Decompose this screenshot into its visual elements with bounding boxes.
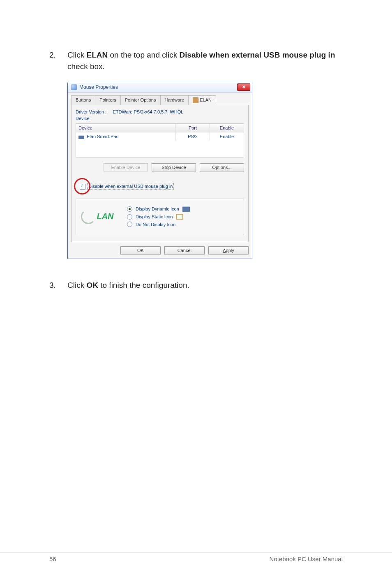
col-header-device: Device: [76, 124, 176, 132]
options-button[interactable]: Options...: [200, 163, 244, 171]
dialog-titlebar: Mouse Properties ✕: [68, 82, 252, 93]
step-2-pre: Click: [67, 51, 86, 59]
device-buttons-row: Enable Device Stop Device Options...: [76, 163, 244, 171]
radio-dynamic[interactable]: [127, 206, 132, 212]
radio-none-row[interactable]: Do Not Display Icon: [127, 222, 240, 227]
mouse-icon: [71, 84, 77, 90]
step-2: 2. Click ELAN on the top and click Disab…: [49, 49, 343, 72]
radio-static-row[interactable]: Display Static Icon: [127, 214, 240, 220]
device-section-label: Device:: [76, 116, 244, 121]
page-footer: 56 Notebook PC User Manual: [0, 553, 392, 562]
step-2-text: Click ELAN on the top and click Disable …: [67, 49, 343, 72]
cancel-button[interactable]: Cancel: [164, 246, 205, 254]
disable-usb-label-rest: sable when external USB mouse plug in: [92, 184, 173, 189]
device-port: PS/2: [176, 132, 210, 141]
footer-title: Notebook PC User Manual: [270, 555, 343, 562]
tab-bar: Buttons Pointers Pointer Options Hardwar…: [71, 95, 249, 105]
static-icon-preview: [176, 214, 183, 220]
col-header-port: Port: [176, 124, 210, 132]
col-header-enable: Enable: [210, 124, 244, 132]
tray-icon-panel: LAN Display Dynamic Icon Display Static …: [76, 199, 244, 235]
disable-usb-label: Disable when external USB mouse plug in: [87, 183, 174, 190]
driver-version-line: Driver Version : ETDWare PS/2-x64 7.0.5.…: [76, 109, 244, 114]
device-row[interactable]: Elan Smart-Pad PS/2 Enable: [76, 132, 244, 141]
elan-tab-icon: [193, 97, 198, 103]
radio-dynamic-row[interactable]: Display Dynamic Icon: [127, 206, 240, 212]
tab-elan-label: ELAN: [200, 97, 212, 102]
disable-usb-checkbox-row[interactable]: Disable when external USB mouse plug in: [76, 181, 244, 191]
elan-logo-text: LAN: [97, 212, 113, 221]
device-name: Elan Smart-Pad: [87, 134, 119, 139]
step-3-text: Click OK to finish the configuration.: [67, 280, 343, 291]
radio-none-label: Do Not Display Icon: [136, 222, 175, 227]
apply-button[interactable]: Apply: [208, 246, 249, 254]
tab-buttons[interactable]: Buttons: [71, 95, 95, 105]
tab-hardware[interactable]: Hardware: [160, 95, 189, 105]
dynamic-icon-preview: [182, 206, 190, 212]
radio-static-label: Display Static Icon: [136, 214, 173, 219]
tab-elan[interactable]: ELAN: [188, 95, 216, 105]
step-3: 3. Click OK to finish the configuration.: [49, 280, 343, 291]
step-2-bold-1: ELAN: [86, 51, 108, 59]
step-2-mid: on the top and click: [108, 51, 179, 59]
step-3-pre: Click: [67, 281, 86, 289]
dialog-title: Mouse Properties: [79, 84, 118, 90]
radio-static[interactable]: [127, 214, 132, 220]
apply-underline: A: [223, 248, 226, 253]
elan-swirl-icon: [81, 209, 96, 224]
touchpad-icon: [78, 135, 84, 139]
ok-button[interactable]: OK: [120, 246, 161, 254]
step-2-bold-2: Disable when external USB mouse plug in: [179, 51, 335, 59]
page-number: 56: [49, 555, 56, 562]
tab-pointer-options[interactable]: Pointer Options: [120, 95, 161, 105]
elan-logo: LAN: [80, 204, 115, 229]
radio-none[interactable]: [127, 222, 132, 227]
dialog-action-row: OK Cancel Apply: [71, 242, 249, 254]
driver-version-label: Driver Version :: [76, 109, 106, 114]
step-2-post: check box.: [67, 62, 105, 71]
stop-device-button[interactable]: Stop Device: [152, 163, 196, 171]
enable-device-button: Enable Device: [104, 163, 148, 171]
step-3-bold: OK: [86, 281, 98, 289]
device-table: Device Port Enable Elan Smart-Pad PS/2 E…: [76, 123, 244, 157]
driver-version-value: ETDWare PS/2-x64 7.0.5.7_WHQL: [113, 109, 183, 114]
step-3-post: to finish the configuration.: [98, 281, 189, 289]
close-button[interactable]: ✕: [237, 83, 250, 91]
step-3-number: 3.: [49, 280, 67, 291]
tab-pointers[interactable]: Pointers: [95, 95, 120, 105]
disable-usb-checkbox[interactable]: [80, 184, 85, 190]
step-2-number: 2.: [49, 49, 67, 72]
radio-dynamic-label: Display Dynamic Icon: [136, 206, 179, 211]
device-enable: Enable: [210, 132, 244, 141]
mouse-properties-dialog: Mouse Properties ✕ Buttons Pointers Poin…: [67, 82, 252, 259]
